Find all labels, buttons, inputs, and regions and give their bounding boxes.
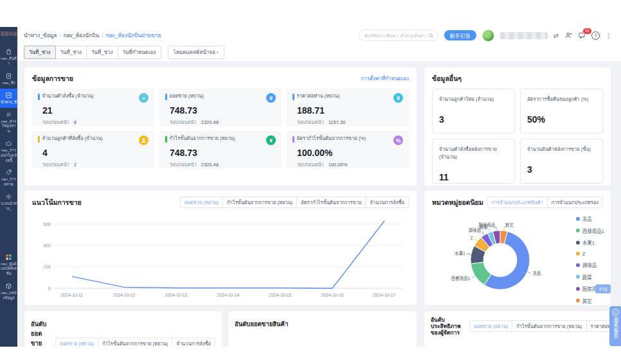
accent-bar [38,136,40,143]
svg-text:2024-10-16: 2024-10-16 [321,293,344,297]
sidebar-item-app-center[interactable]: nav_ศูนย์แอปพลิเคชั่น [0,250,17,279]
svg-text:2024-10-13: 2024-10-13 [165,293,188,297]
seller-tab-0[interactable]: ยอดขาย (หยวน) [55,338,98,347]
other-card-value: 3 [527,164,596,175]
trend-tab-2[interactable]: อัตรากำไรขั้นต้นจากการขาย [296,196,366,208]
legend-item-Z[interactable]: Z [576,251,604,257]
customer-service-tab[interactable]: ⊡ 观麦服务 [609,306,621,346]
stat-card-2: ราคาต่อท่าน (หยวน)¥188.71รอบก่อนหน้า1157… [287,89,409,126]
sales-data-panel: ข้อมูลการขาย การตั้งค่าที่กำหนดเอง จำนวน… [24,67,417,186]
seller-tab-group: ยอดขาย (หยวน)กำไรขั้นต้นจากการขาย (หยวน)… [55,338,215,347]
legend-item-冻品[interactable]: 冻品 [576,215,604,222]
sidebar-item-data-cockpit[interactable]: นำทาง_ข้ [0,89,17,108]
help-icon[interactable]: ? [591,31,600,40]
other-card-value: 50% [527,114,596,125]
stat-card-label: จำนวนลูกค้าที่สั่งซื้อ (จำนวน) [42,135,140,141]
legend-label: 水果1 [582,239,595,246]
doc-icon [5,73,12,80]
svg-text:2024-10-15: 2024-10-15 [269,293,292,297]
category-tab-0[interactable]: การจำแนกประเภทสินค้า [487,196,548,208]
switch-account-icon[interactable]: ⇄ [554,32,559,39]
legend-label: 冻品 [582,215,592,222]
sidebar-item-products[interactable]: nav_สินค้า [0,45,17,69]
invite-user-icon[interactable] [564,31,572,39]
newbie-guide-button[interactable]: 新手引导 [444,30,476,40]
category-donut-chart: 其它冻品西餐用品1水果1Z调味品蔬菜厨房用品 [424,212,562,305]
stat-card-prev-value: 2320.48 [201,162,219,168]
category-panel-title: หมวดหมู่ยอดนิยม [432,197,483,208]
sidebar-item-invoicing[interactable]: nav_การออกใบแจ้งหนี้ [0,137,17,166]
legend-dot [576,252,580,256]
manager-tab-1[interactable]: กำไรขั้นต้นจากการขาย (หยวน) [512,320,586,332]
legend-dot [576,275,580,279]
sidebar-item-label: nav_สินค้า [1,56,17,67]
sidebar-item-supply-chain[interactable]: nav_ห่วงโซ่อุปทาน [0,108,17,137]
stat-card-prev-label: รอบก่อนหน้า1157.30 [297,118,403,126]
svg-text:西餐用品1: 西餐用品1 [451,275,471,281]
stat-card-prev-value: 2320.48 [201,119,219,125]
stat-card-prev-label: รอบก่อนหน้า100.00% [297,160,403,168]
avatar[interactable] [482,30,494,42]
legend-item-其它[interactable]: 其它 [576,297,604,304]
breadcrumb: นำทาง_ข้อมูล/nav_ห้องนักบิน/nav_ห้องนักบ… [24,31,161,40]
stat-card-value: 748.73 [170,148,276,158]
legend-item-西餐用品1[interactable]: 西餐用品1 [576,227,604,234]
sidebar-item-system-nav[interactable]: ระบบนำทาง_ [0,190,17,214]
custom-settings-link[interactable]: การตั้งค่าที่กำหนดเอง [361,74,409,83]
sales-panel-title: ข้อมูลการขาย [32,73,73,84]
screen-mode-button[interactable]: โหมดแดสค์หน้าจอ › [168,46,224,59]
legend-item-调味品[interactable]: 调味品 [576,261,604,268]
legend-label: 西餐用品1 [582,227,604,234]
date-tab-2[interactable]: วันที่_ช่วง [86,46,118,59]
seller-tab-2[interactable]: จำนวนการสั่งซื้อ [172,338,215,347]
breadcrumb-item[interactable]: nav_ห้องนักบิน [64,31,99,40]
messages-icon[interactable]: 32 [578,31,586,39]
category-panel: หมวดหมู่ยอดนิยม การจำแนกประเภทสินค้าการจ… [424,191,611,305]
date-tab-0[interactable]: วันที่_ช่วง [24,46,56,59]
sidebar-item-label: nav_ห่วงโซ่อุปทาน [1,119,17,134]
task-floating-tag[interactable]: งาน [595,284,611,293]
manager-tab-2[interactable]: ราคาต่อท่าน (หยวน) [586,320,611,332]
search-input[interactable] [363,33,428,39]
category-tab-group: การจำแนกประเภทสินค้าการจำแนกประเภทรอง [487,196,603,208]
legend-item-蔬菜[interactable]: 蔬菜 [576,273,604,281]
svg-text:其它: 其它 [505,222,514,228]
trend-tab-1[interactable]: กำไรขั้นต้นจากการขาย (หยวน) [222,196,297,208]
other-card-label: จำนวนคำสั่งซื้อหลังการขาย (จำนวน) [439,145,508,160]
sidebar-item-orders[interactable]: nav_สั่ง [0,69,17,89]
trend-tab-3[interactable]: จำนวนการสั่งซื้อ [365,196,409,208]
sales-trend-panel: แนวโน้มการขาย ยอดขาย (หยวน)กำไรขั้นต้นจา… [24,191,417,305]
manager-tab-0[interactable]: ยอดขาย (หยวน) [469,320,512,332]
legend-dot [576,263,580,267]
stat-card-prev-label: รอบก่อนหน้า8 [42,118,148,126]
other-card-2: จำนวนคำสั่งซื้อหลังการขาย (จำนวน)11 [432,139,515,184]
breadcrumb-item[interactable]: นำทาง_ข้อมูล [24,31,57,40]
breadcrumb-item[interactable]: nav_ห้องนักบินฝ่ายขาย [106,31,161,40]
service-chat-icon: ⊡ [612,309,619,316]
stat-card-prev-label: รอบก่อนหน้า2320.48 [170,118,276,126]
trend-tab-0[interactable]: ยอดขาย (หยวน) [180,196,223,208]
other-card-value: 3 [439,114,508,125]
svg-text:2024-10-12: 2024-10-12 [113,293,136,297]
service-tab-label: 观麦服务 [613,317,618,339]
cloud-icon [5,140,12,147]
product-ranking-panel: อันดับยอดขายสินค้า [228,311,417,347]
date-tab-3[interactable]: วันที่กำหนดเอง [118,46,161,59]
notification-badge: 32 [582,28,592,35]
sidebar-item-marketing[interactable]: nav_การตลาด [0,166,17,190]
sidebar-item-data-source[interactable]: nav_แหล่งข้อมูล [0,279,17,304]
more-menu-icon[interactable]: ⋮ [606,32,612,39]
stat-card-prev-value: 100.00% [328,162,348,168]
category-tab-1[interactable]: การจำแนกประเภทรอง [547,196,603,208]
trend-tab-group: ยอดขาย (หยวน)กำไรขั้นต้นจากการขาย (หยวน)… [180,196,409,208]
cube-icon [5,282,12,290]
accent-bar [165,94,167,100]
username-redacted[interactable] [500,32,548,39]
sales-trend-chart: 02004006002024-10-112024-10-122024-10-13… [32,212,409,304]
legend-item-水果1[interactable]: 水果1 [576,239,604,246]
date-tab-1[interactable]: วันที่_ช่วง [55,46,87,59]
date-tab-group: วันที่_ช่วงวันที่_ช่วงวันที่_ช่วงวันที่ก… [24,46,161,59]
date-filter-bar: วันที่_ช่วงวันที่_ช่วงวันที่_ช่วงวันที่ก… [17,44,621,62]
global-search[interactable] [359,30,438,41]
seller-tab-1[interactable]: กำไรขั้นต้นจากการขาย (หยวน) [98,338,172,347]
